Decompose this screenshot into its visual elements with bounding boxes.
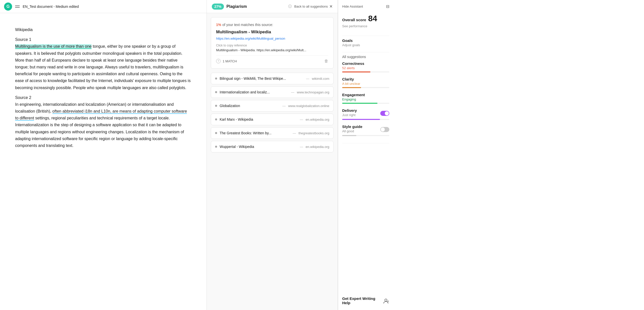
style-guide-toggle-row: Style guide All good [342, 124, 389, 135]
divider-3 [342, 143, 389, 143]
goals-section: Goals Adjust goals [342, 38, 389, 48]
document-title: EN_Test document - Medium edited [23, 5, 202, 9]
highlighted-text-blue: often abbreviated i18n and L10n, are mea… [15, 109, 187, 121]
delivery-sub: Just right [342, 113, 357, 117]
grammarly-logo[interactable]: G [4, 3, 12, 11]
separator: — [306, 77, 309, 81]
svg-point-0 [385, 299, 387, 301]
dot-icon [215, 146, 217, 148]
separator: — [282, 104, 286, 108]
clarity-bar-container [342, 87, 389, 88]
divider-2 [342, 52, 389, 52]
info-icon[interactable]: ⓘ [288, 4, 292, 9]
overall-score-value: 84 [368, 14, 377, 23]
back-to-suggestions-button[interactable]: Back to all suggestions ✕ [294, 4, 333, 9]
similar-source-item[interactable]: Karl Marx - Wikipedia — en.wikipedia.org [211, 114, 334, 125]
match-text: of your text matches this source: [222, 23, 273, 27]
plagiarism-header: 27% Plagiarism ⓘ Back to all suggestions… [207, 0, 338, 13]
plagiarism-title: Plagiarism [226, 4, 286, 9]
separator: — [300, 118, 303, 121]
click-to-copy-label[interactable]: Click to copy reference [216, 44, 328, 47]
panel-layout-icon[interactable]: ⊟ [386, 4, 389, 9]
score-row: Overall score 84 [342, 14, 389, 23]
source-title: Multilingualism - Wikipedia [216, 30, 328, 35]
similar-source-domain: en.wikipedia.org [306, 145, 329, 149]
clarity-bar [342, 87, 361, 88]
back-label: Back to all suggestions [294, 5, 328, 8]
delivery-bar [342, 119, 380, 120]
reference-text: Multilingualism - Wikipedia. https://en.… [216, 48, 328, 52]
question-icon[interactable]: ? [216, 59, 221, 63]
similar-source-item[interactable]: Wuppertal - Wikipedia — en.wikipedia.org [211, 141, 334, 152]
separator: — [291, 90, 294, 94]
engagement-label: Engagement [342, 93, 389, 97]
hide-assistant-button[interactable]: Hide Assistant [342, 5, 363, 8]
delivery-bar-container [342, 119, 389, 120]
clarity-section: Clarity A bit unclear [342, 77, 389, 92]
delivery-title-group: Delivery Just right [342, 108, 357, 118]
goals-label: Goals [342, 38, 389, 43]
engagement-bar [342, 103, 377, 104]
match-footer: ? 1 MATCH 🗑 [216, 56, 328, 63]
see-performance-link[interactable]: See performance [342, 24, 389, 28]
get-expert-label: Get Expert Writing Help [342, 296, 383, 305]
all-suggestions-link[interactable]: All suggestions [342, 55, 389, 59]
similar-source-domain: wikimili.com [312, 77, 329, 81]
style-guide-label: Style guide [342, 124, 362, 129]
delivery-toggle[interactable] [380, 111, 389, 116]
style-guide-toggle-dot [381, 127, 385, 132]
similar-source-domain: thegreatestbooks.org [299, 131, 329, 135]
paragraph2: In engineering, internationalization and… [15, 101, 191, 149]
similar-source-item[interactable]: Internationalization and localiz... — ww… [211, 86, 334, 98]
source-url-link[interactable]: https://en.wikipedia.org/wiki/Multilingu… [216, 37, 285, 40]
hide-assistant-row: Hide Assistant ⊟ [342, 4, 389, 9]
middle-content: 1% of your text matches this source: Mul… [207, 13, 338, 310]
source-card: 1% of your text matches this source: Mul… [211, 17, 334, 69]
engagement-sub: Engaging [342, 97, 389, 101]
similar-source-item[interactable]: Bilingual sign - WikiMili, The Best Wiki… [211, 73, 334, 84]
clarity-label: Clarity [342, 77, 389, 81]
editor-area: Wikipedia Source 1 Multilingualism is th… [0, 13, 207, 310]
similar-source-text: Karl Marx - Wikipedia [220, 117, 297, 121]
similar-sources-list: Bilingual sign - WikiMili, The Best Wiki… [211, 73, 334, 152]
trash-icon[interactable]: 🗑 [324, 59, 328, 63]
delivery-toggle-dot [385, 111, 389, 115]
divider-1 [342, 36, 389, 36]
dot-icon [215, 132, 217, 134]
engagement-section: Engagement Engaging [342, 93, 389, 107]
similar-source-item[interactable]: The Greatest Books: Written by... — theg… [211, 127, 334, 139]
engagement-bar-container [342, 103, 389, 104]
separator: — [300, 145, 303, 149]
style-guide-section: Style guide All good [342, 124, 389, 140]
dot-icon [215, 105, 217, 107]
separator: — [293, 131, 296, 135]
style-guide-toggle[interactable] [380, 127, 389, 132]
close-icon[interactable]: ✕ [329, 4, 333, 9]
match-count-label: 1 MATCH [223, 59, 237, 63]
similar-source-text: Internationalization and localiz... [220, 90, 288, 94]
goals-sub[interactable]: Adjust goals [342, 43, 389, 47]
middle-panel: 27% Plagiarism ⓘ Back to all suggestions… [207, 0, 338, 310]
similar-source-domain: en.wikipedia.org [306, 118, 329, 121]
similar-source-item[interactable]: Globalization — www.realglobalization.on… [211, 100, 334, 112]
correctness-label: Correctness [342, 61, 389, 66]
dot-icon [215, 118, 217, 120]
get-expert-section: Get Expert Writing Help [342, 291, 389, 306]
style-guide-bar-container [342, 135, 389, 136]
similar-source-text: Wuppertal - Wikipedia [220, 145, 297, 149]
correctness-bar [342, 71, 370, 72]
clarity-sub: A bit unclear [342, 82, 389, 86]
paragraph1: Multilingualism is the use of more than … [15, 43, 191, 91]
dot-icon [215, 78, 217, 80]
delivery-label: Delivery [342, 108, 357, 113]
dot-icon [215, 91, 217, 93]
similar-source-text: Bilingual sign - WikiMili, The Best Wiki… [220, 76, 304, 81]
highlighted-text-teal: Multilingualism is the use of more than … [15, 44, 92, 49]
similar-source-text: Globalization [220, 104, 280, 108]
left-panel: G EN_Test document - Medium edited Wikip… [0, 0, 207, 310]
style-guide-title-group: Style guide All good [342, 124, 362, 135]
source2-label: Source 2 [15, 94, 191, 101]
source-wikipedia-label: Wikipedia [15, 26, 191, 33]
delivery-toggle-row: Delivery Just right [342, 108, 389, 118]
hamburger-menu-icon[interactable] [15, 6, 20, 8]
